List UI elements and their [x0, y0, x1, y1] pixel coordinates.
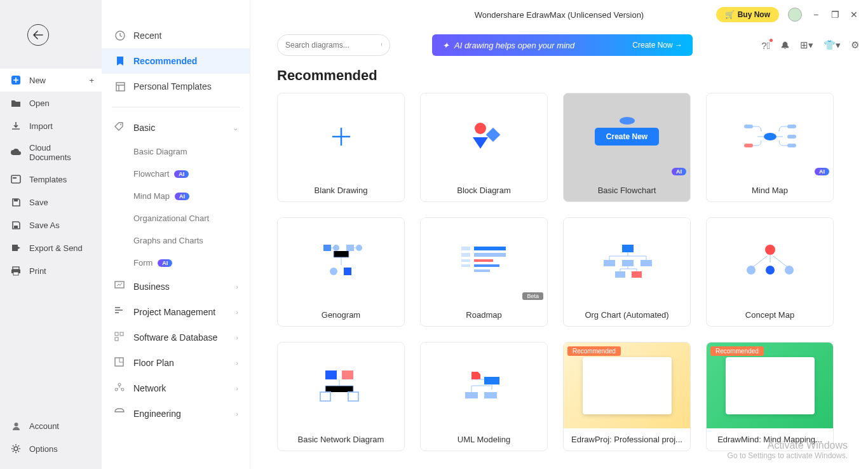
avatar[interactable] [788, 8, 802, 22]
create-new-button[interactable]: Create New [595, 128, 659, 146]
label: Personal Templates [133, 81, 212, 92]
sub-orgchart[interactable]: Organizational Chart [102, 207, 250, 229]
label: Mind Map [133, 191, 170, 201]
cat-recommended[interactable]: Recommended [102, 48, 250, 74]
banner-cta: Create Now → [632, 41, 682, 50]
svg-rect-2 [13, 177, 17, 179]
network-diagram-icon [313, 367, 370, 405]
sub-graphs[interactable]: Graphs and Charts [102, 229, 250, 252]
chevron-right-icon: › [236, 308, 238, 316]
card-uml[interactable]: UML Modeling [420, 342, 548, 451]
menu-cloud[interactable]: Cloud Documents [0, 137, 102, 168]
menu-saveas[interactable]: Save As [0, 214, 102, 236]
card-genogram[interactable]: Genogram [277, 217, 405, 327]
menu-export[interactable]: Export & Send [0, 236, 102, 259]
svg-rect-16 [115, 337, 118, 341]
svg-rect-52 [632, 271, 642, 278]
svg-rect-28 [744, 144, 753, 147]
card-edrawproj[interactable]: RecommendedEdrawProj: Professional proj.… [563, 342, 691, 451]
card-mind-map[interactable]: AIMind Map [706, 93, 834, 202]
card-orgchart[interactable]: Org Chart (Automated) [563, 217, 691, 327]
apps-icon[interactable]: ⊞▾ [800, 39, 813, 51]
menu-label: Open [29, 99, 50, 108]
card-basic-network[interactable]: Basic Network Diagram [277, 342, 405, 451]
menu-save[interactable]: Save [0, 191, 102, 214]
sub-basic-diagram[interactable]: Basic Diagram [102, 140, 250, 163]
menu-options[interactable]: Options [0, 437, 102, 460]
card-label: Basic Flowchart [564, 179, 690, 201]
cat-network[interactable]: Network› [102, 376, 250, 401]
search-input[interactable] [285, 41, 381, 50]
sub-flowchart[interactable]: FlowchartAI [102, 163, 250, 185]
svg-rect-23 [485, 127, 500, 142]
menu-label: Export & Send [29, 243, 83, 253]
ai-badge: AI [174, 170, 189, 178]
minimize-button[interactable]: − [811, 10, 821, 20]
cat-personal[interactable]: Personal Templates [102, 74, 250, 99]
card-label: EdrawProj: Professional proj... [564, 428, 690, 451]
cat-recent[interactable]: Recent [102, 23, 250, 48]
card-label: UML Modeling [421, 428, 547, 451]
svg-rect-57 [325, 370, 337, 379]
svg-rect-4 [14, 226, 18, 228]
sub-mindmap[interactable]: Mind MapAI [102, 185, 250, 207]
ai-banner[interactable]: ✦ AI drawing helps open your mind Create… [432, 34, 693, 56]
label: Network [133, 383, 166, 393]
cat-software[interactable]: Software & Database› [102, 325, 250, 350]
help-icon[interactable]: ?⃝ [761, 40, 770, 51]
recommended-badge: Recommended [567, 346, 621, 356]
card-blank-drawing[interactable]: Blank Drawing [277, 93, 405, 202]
menu-import[interactable]: Import [0, 114, 102, 137]
svg-rect-46 [461, 264, 470, 267]
card-block-diagram[interactable]: Block Diagram [420, 93, 548, 202]
menu-label: Import [29, 121, 53, 131]
svg-point-22 [475, 123, 486, 134]
svg-point-12 [120, 124, 121, 125]
settings-icon[interactable]: ⚙ [851, 39, 859, 51]
card-label: Mind Map [707, 179, 833, 201]
maximize-button[interactable]: ❐ [830, 10, 840, 20]
banner-text: AI drawing helps open your mind [454, 41, 574, 50]
folder-icon [10, 97, 22, 109]
content: Recommended Blank Drawing Block Diagram … [250, 64, 868, 469]
menu-open[interactable]: Open [0, 92, 102, 114]
genogram-icon [316, 242, 367, 280]
user-icon [10, 420, 22, 432]
gift-icon[interactable]: 👕▾ [824, 39, 841, 51]
cat-engineering[interactable]: Engineering› [102, 401, 250, 426]
cat-basic[interactable]: Basic⌄ [102, 115, 250, 140]
card-roadmap[interactable]: BetaRoadmap [420, 217, 548, 327]
menu-account[interactable]: Account [0, 414, 102, 437]
search-box[interactable] [277, 34, 390, 56]
svg-rect-62 [465, 392, 478, 398]
svg-rect-1 [11, 175, 20, 183]
plus-icon[interactable]: + [89, 76, 94, 85]
label: Basic Diagram [133, 147, 187, 156]
card-edrawmind[interactable]: RecommendedEdrawMind: Mind Mapping... [706, 342, 834, 451]
uml-icon [459, 368, 510, 403]
presentation-icon [114, 281, 126, 292]
print-icon [10, 265, 22, 276]
cat-business[interactable]: Business› [102, 274, 250, 299]
bell-icon[interactable]: 🔔︎ [780, 40, 790, 51]
engineering-icon [114, 408, 126, 419]
file-menu-bottom: Account Options [0, 414, 102, 460]
svg-rect-5 [13, 267, 19, 269]
recommended-badge: Recommended [710, 346, 764, 356]
menu-new[interactable]: New + [0, 69, 102, 92]
buy-button[interactable]: 🛒Buy Now [716, 7, 779, 22]
svg-rect-58 [342, 370, 353, 379]
label: Business [133, 282, 170, 292]
close-button[interactable]: ✕ [849, 10, 859, 20]
svg-rect-11 [116, 83, 125, 91]
gantt-icon [114, 306, 126, 318]
menu-print[interactable]: Print [0, 259, 102, 282]
card-basic-flowchart[interactable]: Create NewAIBasic Flowchart [563, 93, 691, 202]
sub-form[interactable]: FormAI [102, 252, 250, 274]
card-concept-map[interactable]: Concept Map [706, 217, 834, 327]
mindmap-icon [742, 121, 799, 153]
cat-floor[interactable]: Floor Plan› [102, 350, 250, 376]
back-button[interactable] [27, 24, 49, 46]
menu-templates[interactable]: Templates [0, 168, 102, 191]
cat-project[interactable]: Project Management› [102, 299, 250, 325]
